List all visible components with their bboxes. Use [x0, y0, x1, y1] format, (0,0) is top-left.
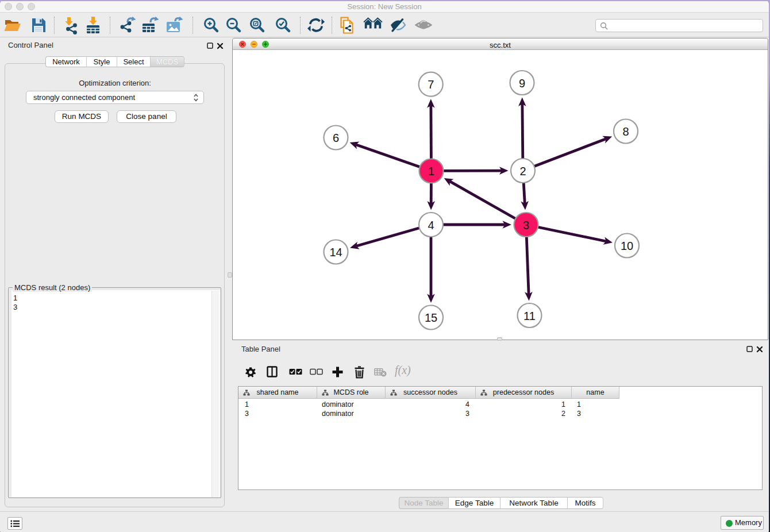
svg-text:14: 14	[329, 246, 342, 259]
svg-text:6: 6	[333, 132, 339, 144]
svg-text:2: 2	[519, 165, 526, 178]
svg-text:11: 11	[523, 310, 536, 322]
svg-text:9: 9	[519, 77, 525, 90]
svg-text:4: 4	[428, 219, 434, 232]
svg-text:15: 15	[425, 311, 437, 324]
svg-text:10: 10	[621, 240, 633, 252]
svg-text:3: 3	[523, 219, 529, 232]
svg-text:8: 8	[622, 125, 629, 138]
svg-text:1: 1	[428, 165, 434, 178]
svg-text:7: 7	[428, 78, 434, 91]
